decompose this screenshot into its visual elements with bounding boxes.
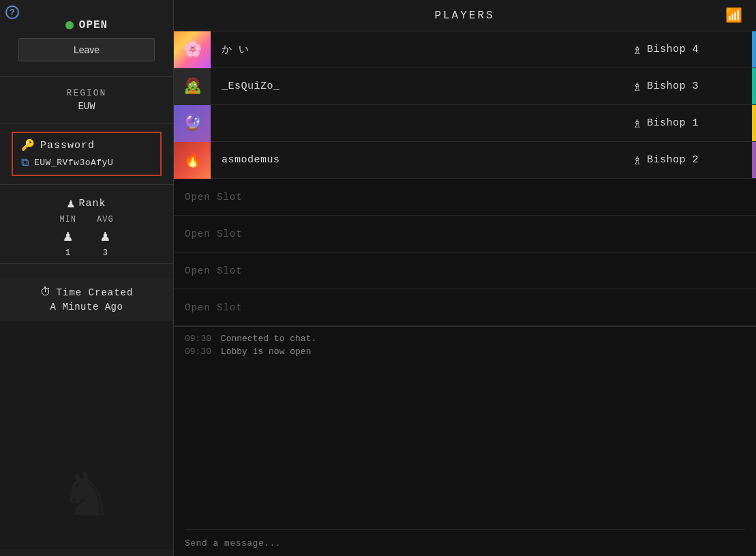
chat-input-row bbox=[185, 529, 745, 556]
region-label: REGION bbox=[67, 88, 107, 98]
avatar: 🔮 bbox=[174, 105, 211, 142]
copy-icon[interactable]: ⧉ bbox=[21, 156, 29, 169]
bishop-icon: ♗ bbox=[633, 41, 641, 58]
player-list: 🌸 か い ♗ Bishop 4 🧟 _EsQuiZo_ ♗ Bishop 3 … bbox=[174, 31, 756, 326]
stat-avg-value: 3 bbox=[103, 248, 108, 258]
status-label: OPEN bbox=[79, 19, 108, 31]
player-role: ♗ Bishop 2 bbox=[633, 151, 756, 169]
player-role: ♗ Bishop 4 bbox=[633, 41, 756, 58]
color-bar bbox=[752, 105, 756, 141]
color-bar bbox=[752, 142, 756, 178]
status-dot bbox=[65, 21, 74, 29]
stats-row: MIN ♟ 1 AVG ♟ 3 bbox=[59, 215, 113, 258]
stat-avg: AVG ♟ 3 bbox=[97, 215, 114, 258]
avatar: 🔥 bbox=[174, 142, 211, 179]
chat-input[interactable] bbox=[185, 538, 745, 548]
time-created-value: A Minute Ago bbox=[50, 302, 123, 312]
open-slot-row: Open Slot bbox=[174, 179, 756, 216]
region-value: EUW bbox=[78, 101, 95, 112]
player-name: asmodemus bbox=[211, 154, 633, 166]
player-name: か い bbox=[211, 43, 633, 56]
bishop-icon: ♗ bbox=[633, 151, 641, 169]
player-row[interactable]: 🔥 asmodemus ♗ Bishop 2 bbox=[174, 142, 756, 179]
chat-text: Lobby is now open bbox=[221, 347, 312, 357]
open-slot-text: Open Slot bbox=[185, 229, 243, 239]
rank-label: Rank bbox=[78, 198, 106, 209]
bishop-icon: ♗ bbox=[633, 115, 641, 132]
color-bar bbox=[752, 31, 756, 68]
clock-icon: ⏱ bbox=[40, 286, 51, 299]
stat-min-label: MIN bbox=[59, 215, 76, 224]
player-row[interactable]: 🧟 _EsQuiZo_ ♗ Bishop 3 bbox=[174, 68, 756, 105]
password-label: Password bbox=[40, 140, 95, 151]
divider-1 bbox=[0, 76, 173, 77]
open-slot-text: Open Slot bbox=[185, 192, 243, 203]
bishop-icon: ♗ bbox=[633, 78, 641, 95]
divider-4 bbox=[0, 263, 173, 264]
player-role: ♗ Bishop 1 bbox=[633, 115, 756, 132]
player-role: ♗ Bishop 3 bbox=[633, 78, 756, 95]
leave-button[interactable]: Leave bbox=[18, 38, 155, 61]
stat-avg-icon: ♟ bbox=[101, 227, 110, 246]
players-title: PLAYERS bbox=[204, 10, 725, 22]
open-slot-row: Open Slot bbox=[174, 252, 756, 289]
color-bar bbox=[752, 68, 756, 104]
open-slot-text: Open Slot bbox=[185, 302, 243, 313]
help-icon[interactable]: ? bbox=[5, 5, 19, 19]
role-name: Bishop 3 bbox=[647, 81, 699, 92]
chat-time: 09:30 bbox=[185, 334, 211, 344]
stat-min-icon: ♟ bbox=[63, 227, 72, 246]
role-name: Bishop 4 bbox=[647, 44, 699, 55]
players-header: PLAYERS 📶 bbox=[174, 0, 756, 31]
avatar: 🌸 bbox=[174, 31, 211, 68]
chat-text: Connected to chat. bbox=[221, 334, 316, 344]
sidebar-background bbox=[0, 321, 173, 549]
rank-chess-icon: ♟ bbox=[67, 196, 75, 211]
player-name: _EsQuiZo_ bbox=[211, 81, 633, 92]
role-name: Bishop 1 bbox=[647, 117, 699, 129]
avatar: 🧟 bbox=[174, 68, 211, 105]
divider-3 bbox=[0, 184, 173, 185]
time-created-label: Time Created bbox=[57, 287, 134, 298]
main-panel: PLAYERS 📶 🌸 か い ♗ Bishop 4 🧟 _EsQuiZo_ ♗… bbox=[174, 0, 756, 556]
chat-time: 09:30 bbox=[185, 347, 211, 357]
sidebar: ? OPEN Leave REGION EUW 🔑 Password ⧉ EUW… bbox=[0, 0, 174, 556]
open-slot-text: Open Slot bbox=[185, 265, 243, 276]
password-value-row: ⧉ EUW_RVfw3oAfyU bbox=[21, 156, 152, 169]
chat-message: 09:30 Connected to chat. bbox=[185, 334, 745, 344]
role-name: Bishop 2 bbox=[647, 154, 699, 166]
password-box: 🔑 Password ⧉ EUW_RVfw3oAfyU bbox=[12, 132, 162, 176]
open-slot-row: Open Slot bbox=[174, 289, 756, 326]
time-row: ⏱ Time Created bbox=[40, 286, 134, 299]
time-section: ⏱ Time Created A Minute Ago bbox=[0, 278, 173, 321]
stat-min-value: 1 bbox=[65, 248, 70, 258]
open-slot-row: Open Slot bbox=[174, 216, 756, 252]
chat-section: 09:30 Connected to chat. 09:30 Lobby is … bbox=[174, 326, 756, 556]
password-value: EUW_RVfw3oAfyU bbox=[34, 158, 113, 168]
player-row[interactable]: 🔮 ♗ Bishop 1 bbox=[174, 105, 756, 142]
divider-2 bbox=[0, 123, 173, 123]
wifi-icon: 📶 bbox=[725, 7, 742, 24]
stat-min: MIN ♟ 1 bbox=[59, 215, 76, 258]
chat-message: 09:30 Lobby is now open bbox=[185, 347, 745, 357]
key-icon: 🔑 bbox=[21, 138, 35, 152]
stat-avg-label: AVG bbox=[97, 215, 114, 224]
chat-spacer bbox=[185, 360, 745, 529]
rank-row: ♟ Rank bbox=[67, 196, 106, 211]
password-row: 🔑 Password bbox=[21, 138, 152, 152]
status-row: OPEN bbox=[65, 19, 108, 31]
player-row[interactable]: 🌸 か い ♗ Bishop 4 bbox=[174, 31, 756, 68]
